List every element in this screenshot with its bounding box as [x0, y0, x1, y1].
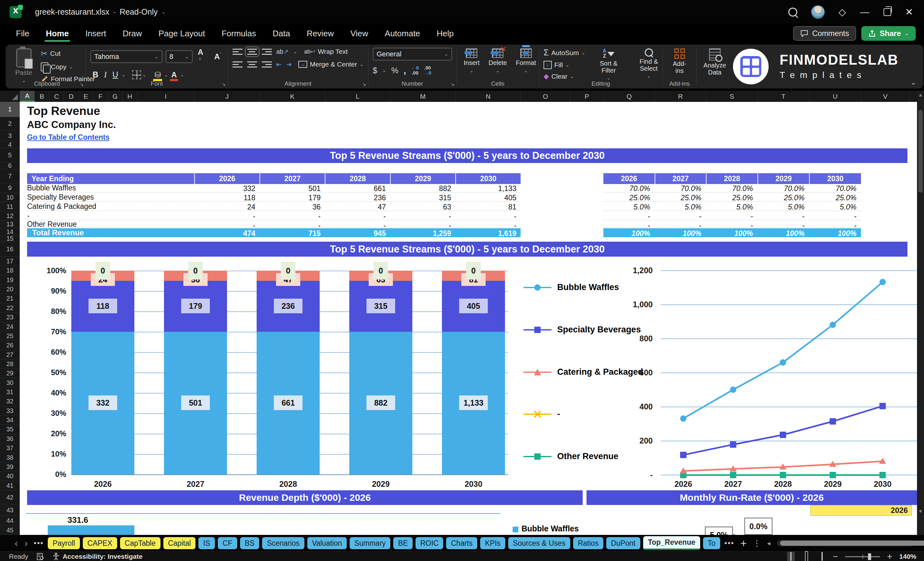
- zoom-in-button[interactable]: +: [887, 552, 892, 561]
- column-header-R[interactable]: R: [655, 91, 706, 102]
- align-center-icon[interactable]: [247, 62, 257, 68]
- more-sheets-icon[interactable]: •••: [723, 539, 735, 548]
- ribbon-tab-page-layout[interactable]: Page Layout: [152, 26, 212, 41]
- row-header-34[interactable]: 34: [0, 416, 20, 425]
- decrease-indent-icon[interactable]: ⇤: [276, 60, 282, 68]
- merge-center-button[interactable]: ↔ Merge & Center ⌄: [298, 60, 364, 68]
- clipboard-dialog-launcher[interactable]: ↘: [80, 81, 84, 87]
- sheet-tab-capital[interactable]: Capital: [164, 537, 196, 549]
- row-header-45[interactable]: 45: [0, 526, 20, 535]
- sheet-tab-top-revenue[interactable]: Top_Revenue: [643, 536, 700, 550]
- search-icon[interactable]: [788, 8, 797, 16]
- row-header-40[interactable]: 40: [0, 471, 20, 481]
- row-header-11[interactable]: 11: [0, 202, 20, 212]
- column-header-G[interactable]: G: [108, 91, 123, 102]
- row-header-35[interactable]: 35: [0, 425, 20, 434]
- sort-filter-button[interactable]: AZ Sort & Filter ⌄: [592, 48, 626, 81]
- sheet-tab-charts[interactable]: Charts: [446, 537, 477, 549]
- row-header-36[interactable]: 36: [0, 434, 20, 444]
- insert-cells-button[interactable]: Insert⌄: [461, 48, 482, 74]
- row-header-3[interactable]: 3: [0, 130, 20, 141]
- ribbon-tab-home[interactable]: Home: [39, 26, 76, 41]
- sheet-tab-is[interactable]: IS: [198, 537, 215, 549]
- decrease-decimal-button[interactable]: .00→0: [424, 65, 431, 76]
- page-layout-view-button[interactable]: [802, 552, 811, 561]
- align-left-icon[interactable]: [232, 62, 243, 68]
- restore-button[interactable]: [884, 8, 891, 16]
- sheet-tab-ratios[interactable]: Ratios: [573, 537, 603, 549]
- excel-app-icon[interactable]: [9, 6, 22, 18]
- addins-button[interactable]: Add-ins: [668, 48, 692, 75]
- sheet-tab-sources-uses[interactable]: Sources & Uses: [508, 537, 570, 549]
- column-header-V[interactable]: V: [861, 91, 910, 102]
- row-header-5[interactable]: 5: [0, 148, 20, 162]
- number-dialog-launcher[interactable]: ↘: [450, 81, 454, 87]
- close-button[interactable]: ✕: [905, 6, 913, 18]
- scroll-up-icon[interactable]: ▲: [917, 92, 924, 98]
- paste-button[interactable]: Paste ⌄: [13, 48, 35, 84]
- row-header-19[interactable]: 19: [0, 275, 20, 285]
- row-header-9[interactable]: 9: [0, 183, 20, 193]
- percent-style-button[interactable]: %: [392, 66, 398, 75]
- ribbon-tab-file[interactable]: File: [9, 26, 36, 41]
- analyze-data-button[interactable]: AnalyzeData: [701, 48, 729, 76]
- font-dialog-launcher[interactable]: ↘: [222, 81, 226, 87]
- sheet-tab-dupont[interactable]: DuPont: [606, 537, 640, 549]
- accounting-chevron-icon[interactable]: ⌄: [382, 68, 387, 73]
- column-header-Q[interactable]: Q: [604, 91, 655, 102]
- sheet-tab-be[interactable]: BE: [393, 537, 412, 549]
- comma-style-button[interactable]: ,: [404, 65, 406, 76]
- fill-color-chevron-icon[interactable]: ⌄: [164, 72, 168, 78]
- sheet-nav-right-icon[interactable]: ›: [22, 538, 30, 548]
- row-header-33[interactable]: 33: [0, 406, 20, 416]
- row-header-20[interactable]: 20: [0, 285, 20, 294]
- fill-button[interactable]: ↓Fill⌄: [543, 61, 585, 69]
- new-sheet-button[interactable]: +: [738, 537, 748, 549]
- ribbon-tab-help[interactable]: Help: [430, 26, 461, 41]
- select-all-corner[interactable]: [0, 91, 20, 102]
- wrap-text-button[interactable]: ab↩ Wrap Text: [304, 48, 348, 56]
- sheet-tab-roic[interactable]: ROIC: [416, 537, 444, 549]
- column-header-A[interactable]: A: [20, 91, 35, 102]
- column-header-T[interactable]: T: [758, 91, 809, 102]
- alignment-dialog-launcher[interactable]: ↘: [362, 81, 366, 87]
- column-header-L[interactable]: L: [325, 91, 390, 102]
- borders-chevron-icon[interactable]: ⌄: [142, 72, 147, 78]
- row-header-21[interactable]: 21: [0, 294, 20, 303]
- increase-font-button[interactable]: A＾: [196, 48, 209, 66]
- vertical-scroll-thumb[interactable]: [918, 110, 923, 193]
- sheet-tab-cf[interactable]: CF: [218, 537, 237, 549]
- align-right-icon[interactable]: [262, 62, 272, 68]
- column-header-O[interactable]: O: [521, 91, 570, 102]
- align-bottom-icon[interactable]: [262, 49, 272, 55]
- accounting-format-button[interactable]: $: [373, 66, 377, 75]
- row-header-38[interactable]: 38: [0, 453, 20, 462]
- vertical-scrollbar[interactable]: ▲ ▼: [917, 91, 924, 535]
- ribbon-tab-view[interactable]: View: [343, 26, 375, 41]
- decrease-font-button[interactable]: Aˇ: [212, 52, 223, 61]
- column-header-F[interactable]: F: [93, 91, 108, 102]
- row-header-4[interactable]: 4: [0, 141, 20, 148]
- align-middle-icon[interactable]: [247, 49, 257, 55]
- collapse-ribbon-icon[interactable]: ⌄: [910, 78, 916, 87]
- row-header-28[interactable]: 28: [0, 360, 20, 369]
- row-header-32[interactable]: 32: [0, 397, 20, 406]
- title-chevron-icon[interactable]: ⌄: [161, 9, 166, 15]
- row-header-2[interactable]: 2: [0, 117, 20, 130]
- fill-color-button[interactable]: ⛁: [153, 70, 163, 79]
- row-header-42[interactable]: 42: [0, 490, 20, 505]
- document-title[interactable]: greek-restaurant.xlsx - Read-Only ⌄: [35, 8, 166, 16]
- accessibility-status[interactable]: Accessibility: Investigate: [52, 553, 142, 560]
- ribbon-tab-automate[interactable]: Automate: [378, 26, 427, 41]
- clear-button[interactable]: ◆Clear⌄: [543, 72, 585, 81]
- underline-chevron-icon[interactable]: ⌄: [122, 72, 126, 78]
- sheet-tab-scenarios[interactable]: Scenarios: [262, 537, 304, 549]
- ribbon-tab-review[interactable]: Review: [300, 26, 341, 41]
- sheet-tab-valuation[interactable]: Valuation: [307, 537, 347, 549]
- row-header-27[interactable]: 27: [0, 350, 20, 360]
- ribbon-tab-formulas[interactable]: Formulas: [214, 26, 263, 41]
- macro-record-icon[interactable]: [37, 553, 44, 560]
- normal-view-button[interactable]: [787, 552, 795, 561]
- row-header-18[interactable]: 18: [0, 266, 20, 275]
- comments-button[interactable]: Comments: [793, 26, 856, 41]
